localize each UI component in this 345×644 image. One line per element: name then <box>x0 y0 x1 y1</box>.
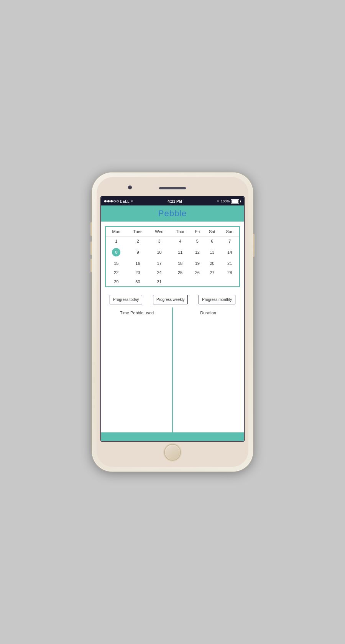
signal-dot-4 <box>113 200 116 202</box>
calendar-row: 22232425262728 <box>105 268 240 277</box>
status-right: ✳ 100% <box>217 199 241 204</box>
calendar-day[interactable]: 20 <box>204 259 220 268</box>
calendar-day[interactable]: 8 <box>105 246 127 259</box>
battery-percent: 100% <box>221 199 230 203</box>
calendar-day[interactable]: 2 <box>127 237 149 246</box>
calendar-day[interactable]: 15 <box>105 259 127 268</box>
calendar-day[interactable]: 9 <box>127 246 149 259</box>
signal-dot-5 <box>117 200 119 202</box>
progress-buttons: Progress today Progress weekly Progress … <box>101 292 244 307</box>
calendar-row: 891011121314 <box>105 246 240 259</box>
phone-top <box>100 181 245 196</box>
col-fri: Fri <box>191 227 204 237</box>
calendar-day <box>220 277 240 287</box>
calendar-day[interactable]: 10 <box>149 246 169 259</box>
status-bar: BELL ▾ 4:21 PM ✳ 100% <box>101 197 244 205</box>
battery-icon <box>231 199 241 204</box>
calendar-row: 293031 <box>105 277 240 287</box>
calendar-day[interactable]: 11 <box>170 246 191 259</box>
phone-bottom <box>100 442 245 463</box>
calendar-table: Mon Tues Wed Thur Fri Sat Sun 1234567891… <box>105 226 240 287</box>
phone-inner: BELL ▾ 4:21 PM ✳ 100% Pebble <box>97 177 248 467</box>
calendar-day[interactable]: 29 <box>105 277 127 287</box>
stats-divider <box>172 307 173 432</box>
calendar-header-row: Mon Tues Wed Thur Fri Sat Sun <box>105 227 240 237</box>
wifi-icon: ▾ <box>131 199 133 203</box>
calendar-day[interactable]: 17 <box>149 259 169 268</box>
signal-dot-1 <box>104 200 107 202</box>
phone-frame: BELL ▾ 4:21 PM ✳ 100% Pebble <box>92 172 253 472</box>
stats-area: Time Pebble used Duration <box>101 307 244 432</box>
col-mon: Mon <box>105 227 127 237</box>
home-button[interactable] <box>164 444 181 461</box>
calendar-day[interactable]: 7 <box>220 237 240 246</box>
battery-fill <box>232 200 238 203</box>
calendar-day[interactable]: 25 <box>170 268 191 277</box>
calendar-row: 15161718192021 <box>105 259 240 268</box>
signal-dots <box>104 200 119 202</box>
stats-right: Duration <box>172 310 244 432</box>
calendar-day <box>204 277 220 287</box>
calendar-day[interactable]: 16 <box>127 259 149 268</box>
calendar-day[interactable]: 21 <box>220 259 240 268</box>
col-tues: Tues <box>127 227 149 237</box>
calendar-day[interactable]: 5 <box>191 237 204 246</box>
progress-today-button[interactable]: Progress today <box>110 295 142 304</box>
col-wed: Wed <box>149 227 169 237</box>
battery-tip <box>240 200 241 202</box>
stats-left-label: Time Pebble used <box>120 310 154 315</box>
calendar-day[interactable]: 6 <box>204 237 220 246</box>
calendar-day[interactable]: 14 <box>220 246 240 259</box>
calendar-day[interactable]: 23 <box>127 268 149 277</box>
progress-monthly-button[interactable]: Progress monthly <box>199 295 235 304</box>
app-header: Pebble <box>101 205 244 222</box>
carrier-name: BELL <box>120 199 129 204</box>
app-content: Mon Tues Wed Thur Fri Sat Sun 1234567891… <box>101 222 244 441</box>
signal-dot-3 <box>110 200 113 202</box>
app-footer <box>101 432 244 441</box>
calendar-day <box>170 277 191 287</box>
calendar-day[interactable]: 28 <box>220 268 240 277</box>
calendar-day[interactable]: 13 <box>204 246 220 259</box>
progress-weekly-button[interactable]: Progress weekly <box>153 295 188 304</box>
calendar-day[interactable]: 1 <box>105 237 127 246</box>
calendar-day[interactable]: 27 <box>204 268 220 277</box>
battery-body <box>231 199 239 204</box>
calendar-day <box>191 277 204 287</box>
calendar-day[interactable]: 31 <box>149 277 169 287</box>
col-thur: Thur <box>170 227 191 237</box>
col-sun: Sun <box>220 227 240 237</box>
bluetooth-icon: ✳ <box>217 199 220 203</box>
calendar-day[interactable]: 3 <box>149 237 169 246</box>
calendar-day[interactable]: 22 <box>105 268 127 277</box>
status-time: 4:21 PM <box>168 199 182 204</box>
calendar-row: 1234567 <box>105 237 240 246</box>
calendar-day[interactable]: 19 <box>191 259 204 268</box>
calendar-day[interactable]: 4 <box>170 237 191 246</box>
app-title: Pebble <box>101 209 244 219</box>
calendar-day[interactable]: 18 <box>170 259 191 268</box>
calendar-day[interactable]: 26 <box>191 268 204 277</box>
calendar-day[interactable]: 12 <box>191 246 204 259</box>
calendar-wrapper: Mon Tues Wed Thur Fri Sat Sun 1234567891… <box>101 222 244 292</box>
stats-right-label: Duration <box>200 310 216 315</box>
col-sat: Sat <box>204 227 220 237</box>
screen: BELL ▾ 4:21 PM ✳ 100% Pebble <box>100 196 245 442</box>
stats-left: Time Pebble used <box>101 310 172 432</box>
signal-dot-2 <box>107 200 110 202</box>
speaker <box>159 187 186 189</box>
camera <box>128 186 132 189</box>
status-left: BELL ▾ <box>104 199 133 204</box>
calendar-day[interactable]: 30 <box>127 277 149 287</box>
calendar-day[interactable]: 24 <box>149 268 169 277</box>
